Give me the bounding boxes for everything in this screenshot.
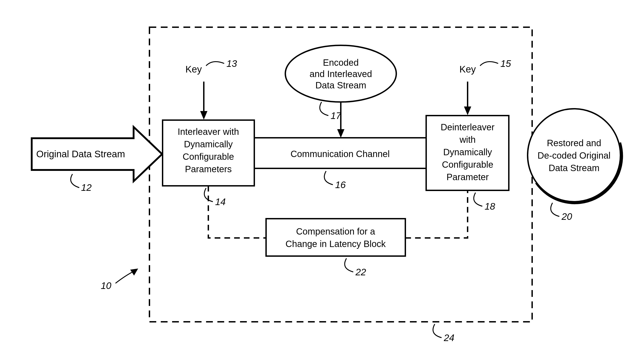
svg-marker-20 <box>200 111 208 120</box>
svg-text:Deinterleaver: Deinterleaver <box>441 122 494 132</box>
ref-10: 10 <box>101 268 138 291</box>
dashed-right-connector <box>405 190 468 238</box>
ref-16: 16 <box>324 171 346 190</box>
svg-text:Parameters: Parameters <box>185 164 232 174</box>
ref-22: 22 <box>345 258 366 277</box>
svg-text:and Interleaved: and Interleaved <box>310 69 372 79</box>
svg-text:De-coded Original: De-coded Original <box>538 150 610 160</box>
deinterleaver-box: Deinterleaver with Dynamically Configura… <box>426 116 509 190</box>
ref-12: 12 <box>71 174 92 193</box>
diagram-svg: Original Data Stream 12 Interleaver with… <box>0 0 644 344</box>
svg-text:with: with <box>459 135 476 145</box>
svg-text:13: 13 <box>226 58 237 69</box>
encoded-ellipse: Encoded and Interleaved Data Stream <box>285 45 396 102</box>
svg-text:14: 14 <box>215 196 226 207</box>
channel-box: Communication Channel <box>254 138 426 168</box>
svg-marker-31 <box>337 129 344 138</box>
svg-text:18: 18 <box>484 201 495 212</box>
svg-text:22: 22 <box>355 267 366 277</box>
key-13: Key 13 <box>186 58 237 120</box>
input-label: Original Data Stream <box>36 149 125 159</box>
svg-text:12: 12 <box>81 182 92 193</box>
svg-text:Dynamically: Dynamically <box>184 139 233 149</box>
ref-17: 17 <box>320 102 342 121</box>
restored-circle: Restored and De-coded Original Data Stre… <box>528 109 621 202</box>
svg-text:15: 15 <box>500 58 511 69</box>
svg-text:Compensation for a: Compensation for a <box>296 226 375 236</box>
interleaver-box: Interleaver with Dynamically Configurabl… <box>162 120 254 186</box>
svg-text:Parameter: Parameter <box>446 172 489 182</box>
svg-text:Data Stream: Data Stream <box>316 80 366 90</box>
svg-text:10: 10 <box>101 280 112 291</box>
ref-18: 18 <box>474 193 495 212</box>
svg-rect-32 <box>266 219 405 256</box>
svg-text:Communication Channel: Communication Channel <box>290 149 390 159</box>
svg-text:16: 16 <box>335 179 346 190</box>
ref-20: 20 <box>551 203 572 222</box>
svg-text:Dynamically: Dynamically <box>443 147 492 157</box>
svg-text:20: 20 <box>561 211 572 222</box>
svg-text:Configurable: Configurable <box>442 160 494 170</box>
svg-text:Restored and: Restored and <box>547 138 601 148</box>
svg-text:Data Stream: Data Stream <box>549 163 600 173</box>
svg-text:Key: Key <box>460 64 476 75</box>
dashed-left-connector <box>208 186 266 238</box>
ref-24: 24 <box>433 324 454 343</box>
key-15: Key 15 <box>460 58 511 115</box>
svg-text:24: 24 <box>444 332 454 343</box>
svg-text:Encoded: Encoded <box>323 58 359 68</box>
svg-text:Change in Latency Block: Change in Latency Block <box>286 239 386 249</box>
svg-text:Interleaver with: Interleaver with <box>178 127 239 137</box>
ref-14: 14 <box>204 188 226 207</box>
input-arrow: Original Data Stream <box>32 127 162 181</box>
svg-marker-42 <box>130 268 138 275</box>
svg-text:Key: Key <box>186 64 202 75</box>
svg-text:17: 17 <box>330 110 342 121</box>
svg-marker-24 <box>464 107 471 115</box>
svg-text:Configurable: Configurable <box>183 152 234 162</box>
compensation-box: Compensation for a Change in Latency Blo… <box>266 219 405 256</box>
